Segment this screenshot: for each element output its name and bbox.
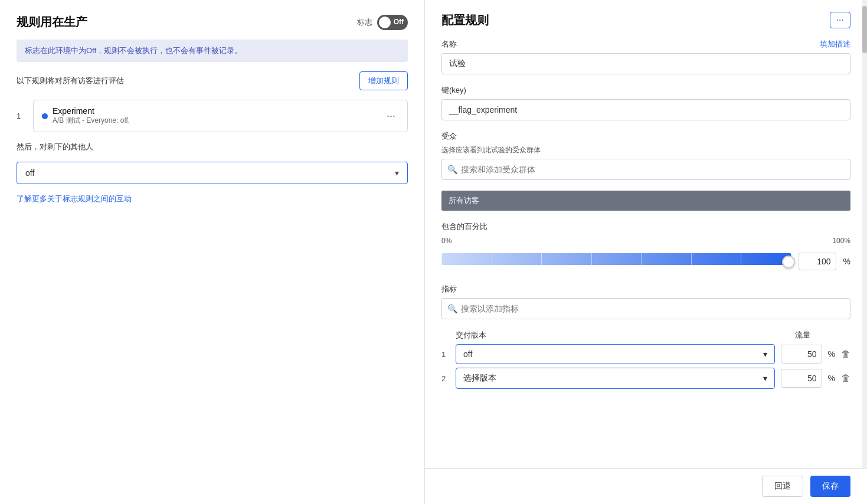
page-title: 规则用在生产 <box>17 14 87 30</box>
slider-track-wrapper[interactable] <box>441 253 791 270</box>
rule-info: Experiment A/B 测试 - Everyone: off, <box>53 106 130 126</box>
row1-number: 1 <box>441 350 450 359</box>
metrics-search-icon: 🔍 <box>447 304 457 313</box>
learn-more-link[interactable]: 了解更多关于标志规则之间的互动 <box>17 194 408 204</box>
row1-percent-sign: % <box>828 349 835 359</box>
metrics-search-input[interactable] <box>441 298 850 319</box>
row2-number: 2 <box>441 374 450 383</box>
row2-traffic-input[interactable] <box>781 369 822 388</box>
add-rule-button[interactable]: 增加规则 <box>359 71 408 90</box>
name-field-group: 名称 填加描述 <box>441 39 850 74</box>
flag-label-area: 标志 Off <box>357 15 408 30</box>
row2-chevron-icon: ▾ <box>763 374 767 383</box>
rule-dot-icon <box>42 113 48 119</box>
slider-fill <box>441 253 791 265</box>
right-header: 配置规则 ··· <box>441 12 850 28</box>
row2-delete-button[interactable]: 🗑 <box>841 373 850 384</box>
metrics-search-wrapper: 🔍 <box>441 298 850 319</box>
percentage-section: 包含的百分比 0% 100% <box>441 221 850 273</box>
row2-version-value: 选择版本 <box>463 373 496 384</box>
remaining-dropdown[interactable]: off ▾ <box>17 162 408 184</box>
row1-traffic-input[interactable] <box>781 345 822 364</box>
name-label-row: 名称 填加描述 <box>441 39 850 50</box>
audience-search-input[interactable] <box>441 159 850 180</box>
toggle-off-label: Off <box>394 18 404 26</box>
rule-sub: A/B 测试 - Everyone: off, <box>53 116 130 126</box>
row1-delete-button[interactable]: 🗑 <box>841 349 850 359</box>
chevron-down-icon: ▾ <box>395 168 399 178</box>
delivery-col-labels: 交付版本 流量 <box>441 330 850 341</box>
rule-number: 1 <box>17 112 26 120</box>
row1-version-value: off <box>463 349 472 359</box>
range-max-label: 100% <box>832 237 850 245</box>
slider-thumb[interactable] <box>782 256 795 269</box>
audience-label: 受众 <box>441 131 850 142</box>
then-label: 然后，对剩下的其他人 <box>17 142 93 151</box>
delivery-row-2: 2 选择版本 ▾ % 🗑 <box>441 368 850 389</box>
name-label: 名称 <box>441 39 457 50</box>
rules-header: 以下规则将对所有访客进行评估 增加规则 <box>17 71 408 90</box>
audience-field-group: 受众 选择应该看到此试验的受众群体 🔍 <box>441 131 850 180</box>
slider-track <box>441 253 791 265</box>
save-button[interactable]: 保存 <box>810 476 850 497</box>
rules-description: 以下规则将对所有访客进行评估 <box>17 76 124 86</box>
rule-card-left: Experiment A/B 测试 - Everyone: off, <box>42 106 130 126</box>
name-input[interactable] <box>441 53 850 74</box>
right-panel: 配置规则 ··· 名称 填加描述 键(key) 受众 选择应该看到此试验的受众群… <box>425 0 867 504</box>
metrics-label: 指标 <box>441 284 850 294</box>
percent-sign: % <box>843 257 850 266</box>
rule-card: Experiment A/B 测试 - Everyone: off, ··· <box>33 100 408 132</box>
delivery-row-1: 1 off ▾ % 🗑 <box>441 344 850 364</box>
audience-search-wrapper: 🔍 <box>441 159 850 180</box>
range-min-label: 0% <box>441 237 452 245</box>
rule-name: Experiment <box>53 106 130 116</box>
remaining-value: off <box>25 168 34 178</box>
key-field-group: 键(key) <box>441 85 850 120</box>
row1-version-dropdown[interactable]: off ▾ <box>456 344 775 364</box>
more-options-button[interactable]: ··· <box>830 12 850 28</box>
flag-text: 标志 <box>357 17 372 28</box>
footer: 回退 保存 <box>425 468 867 504</box>
search-icon: 🔍 <box>447 165 457 174</box>
then-section: 然后，对剩下的其他人 <box>17 142 408 152</box>
key-input[interactable] <box>441 99 850 120</box>
delivery-label: 交付版本 <box>456 330 776 341</box>
rule-more-button[interactable]: ··· <box>383 109 399 123</box>
right-title: 配置规则 <box>441 12 489 28</box>
rule-item: 1 Experiment A/B 测试 - Everyone: off, ··· <box>17 100 408 132</box>
add-desc-link[interactable]: 填加描述 <box>820 39 850 50</box>
row1-chevron-icon: ▾ <box>763 349 767 359</box>
audience-bar: 所有访客 <box>441 191 850 211</box>
left-header: 规则用在生产 标志 Off <box>17 14 408 30</box>
info-banner: 标志在此环境中为Off，规则不会被执行，也不会有事件被记录。 <box>17 40 408 62</box>
inclusion-label: 包含的百分比 <box>441 221 850 232</box>
audience-desc: 选择应该看到此试验的受众群体 <box>441 145 850 155</box>
flag-toggle[interactable]: Off <box>377 15 408 30</box>
key-label: 键(key) <box>441 85 850 96</box>
traffic-label: 流量 <box>782 330 823 341</box>
scrollbar-track[interactable] <box>862 0 867 504</box>
row2-percent-sign: % <box>828 374 835 383</box>
slider-container: % <box>441 250 850 273</box>
delivery-section: 交付版本 流量 1 off ▾ % 🗑 2 选择版本 ▾ <box>441 330 850 389</box>
percentage-input[interactable] <box>799 253 836 270</box>
metrics-section: 指标 🔍 <box>441 284 850 319</box>
cancel-button[interactable]: 回退 <box>762 476 803 497</box>
left-panel: 规则用在生产 标志 Off 标志在此环境中为Off，规则不会被执行，也不会有事件… <box>0 0 425 504</box>
row2-version-dropdown[interactable]: 选择版本 ▾ <box>456 368 775 389</box>
scrollbar-thumb[interactable] <box>862 6 867 53</box>
range-labels: 0% 100% <box>441 237 850 245</box>
